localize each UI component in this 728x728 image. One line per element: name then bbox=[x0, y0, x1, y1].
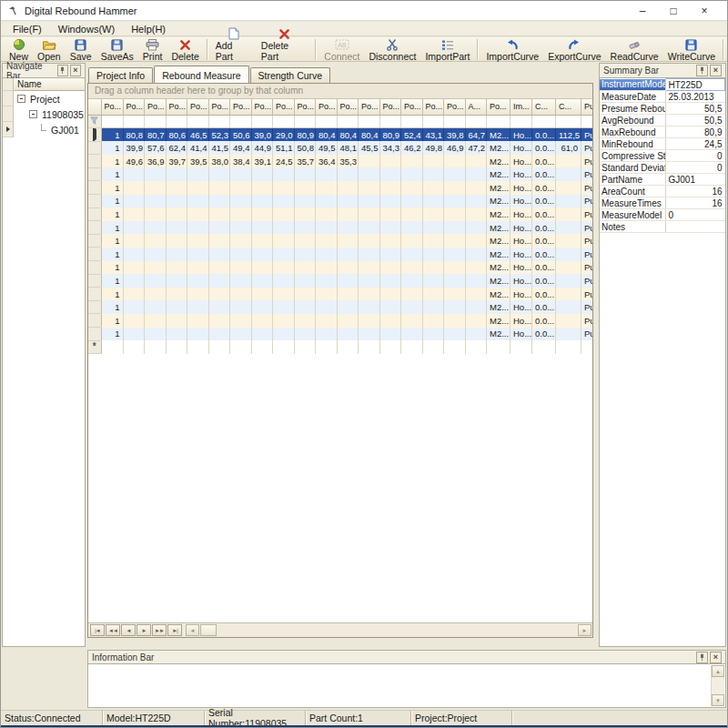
filter-cell[interactable] bbox=[273, 115, 295, 128]
grid-cell[interactable]: 80,4 bbox=[316, 128, 338, 142]
grid-cell[interactable]: M2... bbox=[487, 300, 511, 314]
grid-cell[interactable] bbox=[359, 221, 380, 235]
grid-cell[interactable] bbox=[401, 248, 423, 261]
grid-cell[interactable] bbox=[379, 167, 401, 181]
tab-project-info[interactable]: Project Info bbox=[88, 67, 153, 83]
grid-cell[interactable] bbox=[251, 181, 273, 195]
table-row[interactable]: 1M2...Ho...0.0...Pu... bbox=[88, 328, 593, 341]
summary-value[interactable]: 16 bbox=[665, 197, 725, 209]
table-row[interactable]: 1M2...Ho...0.0...Pu... bbox=[88, 274, 593, 288]
filter-cell[interactable] bbox=[444, 115, 466, 128]
grid-cell[interactable]: M2... bbox=[487, 207, 511, 221]
grid-cell[interactable] bbox=[316, 340, 338, 354]
grid-cell[interactable] bbox=[208, 167, 230, 181]
grid-cell[interactable] bbox=[337, 261, 359, 275]
grid-cell[interactable]: M2... bbox=[487, 261, 511, 275]
filter-cell[interactable] bbox=[359, 115, 380, 128]
grid-cell[interactable]: Ho... bbox=[511, 288, 532, 301]
grid-cell[interactable]: Pu... bbox=[581, 300, 594, 314]
grid-cell[interactable]: Ho... bbox=[511, 314, 532, 328]
table-row[interactable]: 1M2...Ho...0.0...Pu... bbox=[88, 234, 593, 248]
table-row[interactable]: 1M2...Ho...0.0...Pu... bbox=[88, 248, 593, 261]
grid-cell[interactable] bbox=[166, 207, 187, 221]
grid-cell[interactable] bbox=[511, 340, 532, 354]
column-header[interactable]: Po... bbox=[422, 99, 444, 115]
grid-cell[interactable] bbox=[401, 207, 423, 221]
summary-label[interactable]: InstrumentModel bbox=[600, 79, 665, 91]
grid-cell[interactable] bbox=[166, 195, 187, 208]
grid-cell[interactable] bbox=[465, 181, 487, 195]
grid-cell[interactable] bbox=[230, 207, 252, 221]
grid-cell[interactable] bbox=[359, 195, 380, 208]
table-row[interactable]: 180,880,780,646,552,350,639,029,080,980,… bbox=[88, 128, 593, 142]
grid-cell[interactable] bbox=[401, 181, 423, 195]
grid-cell[interactable]: Ho... bbox=[511, 328, 532, 341]
grid-cell[interactable]: 47,2 bbox=[465, 141, 487, 155]
grid-cell[interactable]: 1 bbox=[101, 288, 123, 301]
filter-cell[interactable] bbox=[208, 115, 230, 128]
grid-cell[interactable] bbox=[422, 328, 444, 341]
filter-cell[interactable] bbox=[166, 115, 187, 128]
grid-cell[interactable] bbox=[187, 340, 209, 354]
column-header[interactable]: Po... bbox=[230, 99, 252, 115]
grid-cell[interactable]: 43,1 bbox=[422, 128, 444, 142]
grid-cell[interactable]: 0.0... bbox=[532, 221, 556, 235]
grid-cell[interactable]: 0.0... bbox=[532, 195, 556, 208]
grid-cell[interactable] bbox=[187, 328, 209, 341]
grid-cell[interactable] bbox=[465, 195, 487, 208]
grid-cell[interactable] bbox=[444, 300, 466, 314]
summary-row-avgrebound[interactable]: AvgRebound50,5 bbox=[600, 115, 725, 126]
grid-cell[interactable] bbox=[316, 234, 338, 248]
grid-cell[interactable] bbox=[556, 274, 581, 288]
grid-cell[interactable]: 49,4 bbox=[230, 141, 252, 155]
grid-cell[interactable]: Ho... bbox=[511, 248, 532, 261]
menu-item-file[interactable]: File(F) bbox=[5, 23, 50, 35]
grid-cell[interactable]: 61,0 bbox=[556, 141, 581, 155]
grid-cell[interactable] bbox=[401, 328, 423, 341]
grid-cell[interactable]: 0.0... bbox=[532, 181, 556, 195]
grid-cell[interactable] bbox=[294, 300, 316, 314]
grid-cell[interactable] bbox=[123, 248, 145, 261]
grid-cell[interactable]: 0.0... bbox=[532, 328, 556, 341]
grid-cell[interactable] bbox=[422, 340, 444, 354]
grid-cell[interactable] bbox=[294, 274, 316, 288]
grid-cell[interactable]: 0.0... bbox=[532, 300, 556, 314]
toolbar-exportcurve-button[interactable]: ExportCurve bbox=[543, 37, 605, 62]
grid-cell[interactable] bbox=[316, 274, 338, 288]
summary-row-measuredate[interactable]: MeasureDate25.03.2013 bbox=[600, 91, 725, 103]
grid-cell[interactable] bbox=[208, 181, 230, 195]
grid-cell[interactable]: 62,4 bbox=[166, 141, 187, 155]
grid-cell[interactable]: 38,0 bbox=[208, 155, 230, 168]
grid-cell[interactable] bbox=[316, 314, 338, 328]
summary-row-presume-rebound[interactable]: Presume Rebound50,5 bbox=[600, 103, 725, 115]
grid-cell[interactable] bbox=[359, 328, 380, 341]
grid-cell[interactable]: 1 bbox=[101, 248, 123, 261]
grid-cell[interactable] bbox=[379, 155, 401, 168]
grid-cell[interactable] bbox=[166, 221, 187, 235]
grid-cell[interactable]: 34,3 bbox=[379, 141, 401, 155]
filter-cell[interactable] bbox=[487, 115, 511, 128]
grid-cell[interactable] bbox=[401, 234, 423, 248]
grid-cell[interactable] bbox=[273, 328, 295, 341]
grid-cell[interactable] bbox=[294, 234, 316, 248]
grid-cell[interactable] bbox=[444, 314, 466, 328]
column-header[interactable]: Po... bbox=[379, 99, 401, 115]
grid-cell[interactable] bbox=[359, 314, 380, 328]
grid-cell[interactable] bbox=[230, 300, 252, 314]
grid-cell[interactable] bbox=[316, 248, 338, 261]
grid-cell[interactable] bbox=[208, 261, 230, 275]
tree-item-11908035[interactable]: 11908035 bbox=[3, 106, 85, 122]
tab-strength-curve[interactable]: Strength Curve bbox=[250, 67, 331, 83]
grid-cell[interactable]: 0.0... bbox=[532, 234, 556, 248]
grid-cell[interactable] bbox=[166, 300, 187, 314]
grid-cell[interactable] bbox=[187, 300, 209, 314]
grid-cell[interactable] bbox=[556, 167, 581, 181]
column-header[interactable]: Po... bbox=[166, 99, 187, 115]
filter-cell[interactable] bbox=[379, 115, 401, 128]
grid-cell[interactable] bbox=[337, 181, 359, 195]
grid-cell[interactable] bbox=[532, 340, 556, 354]
grid-cell[interactable] bbox=[208, 274, 230, 288]
grid-cell[interactable] bbox=[422, 155, 444, 168]
grid-cell[interactable] bbox=[273, 234, 295, 248]
grid-cell[interactable] bbox=[337, 274, 359, 288]
